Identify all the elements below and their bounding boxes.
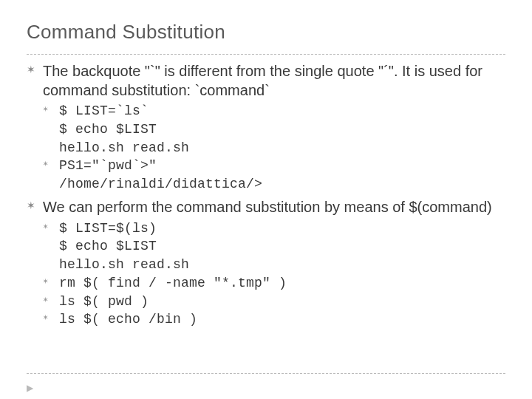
paragraph-text: The backquote "`" is different from the … <box>43 63 482 98</box>
content-list: The backquote "`" is different from the … <box>27 62 505 329</box>
code-line: hello.sh read.sh <box>43 140 505 157</box>
title-divider <box>27 54 505 55</box>
page-title: Command Substitution <box>27 21 505 44</box>
paragraph-backquote: The backquote "`" is different from the … <box>27 62 505 194</box>
code-line: ls $( pwd ) <box>43 293 505 311</box>
code-line: $ echo $LIST <box>43 238 505 256</box>
code-line: hello.sh read.sh <box>43 256 505 274</box>
code-line: $ echo $LIST <box>43 121 505 139</box>
footer-divider <box>27 373 505 374</box>
code-line: rm $( find / -name "*.tmp" ) <box>43 275 505 293</box>
paragraph-dollar-paren: We can perform the command substitution … <box>27 198 505 329</box>
code-line: $ LIST=$(ls) <box>43 220 505 238</box>
paragraph-text: We can perform the command substitution … <box>43 199 492 215</box>
slide: Command Substitution The backquote "`" i… <box>0 0 532 399</box>
code-block-2: $ LIST=$(ls) $ echo $LIST hello.sh read.… <box>43 220 505 330</box>
code-line: ls $( echo /bin ) <box>43 311 505 329</box>
code-line: $ LIST=`ls` <box>43 103 505 120</box>
next-arrow-icon: ▶ <box>27 383 33 393</box>
code-line: /home/rinaldi/didattica/> <box>43 176 505 194</box>
code-line: PS1="`pwd`>" <box>43 157 505 175</box>
code-block-1: $ LIST=`ls` $ echo $LIST hello.sh read.s… <box>43 103 505 194</box>
